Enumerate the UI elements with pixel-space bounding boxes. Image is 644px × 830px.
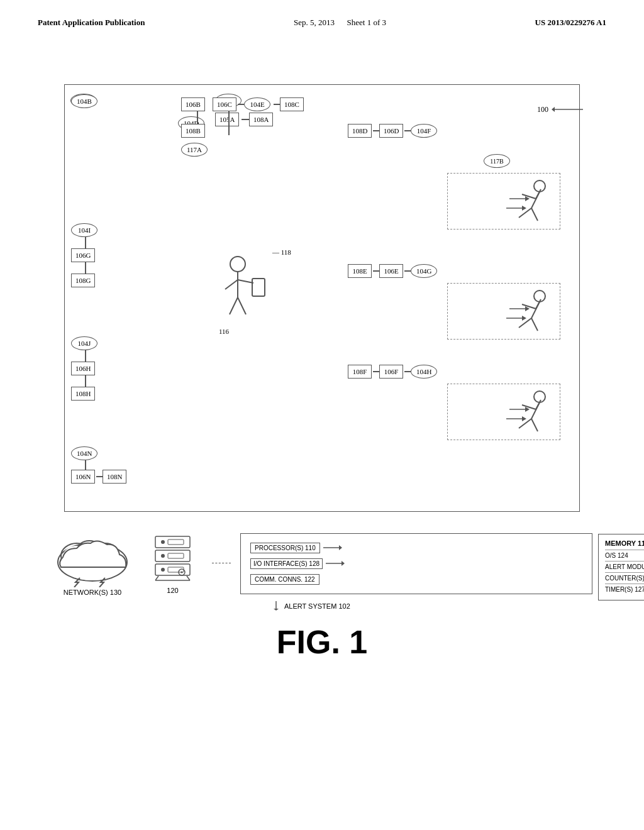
system-main-box: PROCESSOR(S) 110 I/O INTERFACE(S) 128 [240, 533, 592, 594]
box-108B: 108B [181, 124, 205, 138]
io-label: I/O INTERFACE(S) 128 [250, 558, 323, 569]
camera-zone-2 [447, 283, 560, 340]
dashed-line-area [212, 563, 231, 564]
system-section: NETWORK(S) 130 [52, 531, 592, 596]
box-108H: 108H [71, 387, 95, 401]
box-108D: 108D [348, 124, 372, 138]
svg-marker-62 [339, 545, 342, 550]
svg-rect-47 [155, 536, 190, 548]
alert-label-arrow [272, 601, 281, 611]
line-106H-108H [85, 375, 86, 387]
svg-marker-11 [522, 206, 526, 211]
svg-marker-38 [522, 416, 526, 421]
diagram-container: 100 104A 104C 105A 108A [52, 84, 592, 661]
memory-box: MEMORY 112 O/S 124 ALERT MODULE 114 COUN… [598, 534, 644, 600]
header-left: Patent Application Publication [38, 18, 145, 28]
box-108F: 108F [348, 365, 372, 379]
oval-117A: 117A [181, 143, 208, 157]
line-106D-104F [404, 130, 411, 131]
svg-line-4 [522, 194, 536, 199]
comm-label: COMM. CONNS. 122 [250, 574, 319, 585]
svg-point-12 [230, 257, 245, 272]
line-104E-108C [274, 104, 280, 105]
svg-marker-66 [274, 609, 279, 611]
svg-line-17 [230, 297, 238, 314]
os-item: O/S 124 [605, 550, 644, 559]
svg-line-21 [522, 304, 536, 309]
svg-line-33 [519, 419, 531, 428]
svg-line-24 [531, 318, 538, 331]
timers-item: TIMER(S) 127 [605, 584, 644, 593]
network-cloud-area: NETWORK(S) 130 [52, 531, 133, 596]
svg-point-60 [181, 571, 183, 573]
line-106B-down [197, 111, 198, 124]
box-106D: 106D [379, 124, 403, 138]
ref-116: 116 [219, 328, 272, 335]
svg-line-57 [187, 576, 190, 580]
line-108F-106F [373, 371, 379, 372]
header: Patent Application Publication Sep. 5, 2… [0, 0, 644, 34]
svg-line-34 [531, 419, 538, 431]
main-content: 100 104A 104C 105A 108A [0, 84, 644, 661]
processor-label: PROCESSOR(S) 110 [250, 543, 320, 553]
oval-104J: 104J [71, 336, 97, 350]
box-106H: 106H [71, 362, 95, 375]
person-with-device [216, 255, 272, 324]
svg-rect-16 [252, 279, 265, 296]
counters-item: COUNTER(S) 126 [605, 572, 644, 582]
oval-104F: 104F [411, 124, 437, 138]
processor-arrow [323, 543, 342, 553]
svg-point-50 [161, 540, 165, 544]
box-106N: 106N [71, 470, 95, 484]
line-106C-104E [238, 104, 244, 105]
oval-104E: 104E [244, 97, 270, 111]
svg-rect-48 [155, 550, 190, 562]
person-118-area: 116 [216, 255, 272, 335]
svg-line-6 [519, 208, 531, 218]
svg-point-51 [161, 554, 165, 558]
box-106C: 106C [213, 97, 236, 111]
svg-rect-53 [168, 540, 184, 545]
svg-line-18 [238, 297, 246, 314]
box-108C: 108C [280, 97, 304, 111]
io-row: I/O INTERFACE(S) 128 [250, 558, 582, 569]
running-person-1 [503, 177, 553, 233]
svg-line-7 [531, 208, 538, 221]
server-svg [149, 533, 196, 587]
svg-marker-28 [522, 316, 526, 321]
oval-104B: 104B [71, 94, 97, 108]
network-cloud-svg [52, 531, 133, 587]
network-label: NETWORK(S) 130 [64, 589, 121, 596]
running-person-3 [503, 387, 553, 444]
line-104N-106N [85, 460, 86, 470]
big-box: 104B 104D 106B 106C 104E 108C [64, 84, 580, 512]
line-104J-106H [85, 350, 86, 362]
alert-system-label-area: ALERT SYSTEM 102 [272, 601, 592, 611]
svg-line-23 [519, 318, 531, 328]
svg-marker-64 [341, 561, 345, 566]
server-ref: 120 [167, 587, 178, 594]
line-106F-104H [404, 371, 411, 372]
svg-line-14 [225, 280, 238, 289]
svg-point-2 [534, 180, 545, 192]
line-104I-106G [85, 237, 86, 248]
camera-zone-3 [447, 384, 560, 440]
line-106N-108N [96, 476, 103, 477]
svg-point-52 [161, 568, 165, 572]
svg-line-15 [238, 280, 253, 283]
alert-module-item: ALERT MODULE 114 [605, 561, 644, 570]
line-108D-106D [373, 130, 379, 131]
processor-row: PROCESSOR(S) 110 [250, 543, 582, 553]
server-area: 120 [149, 533, 196, 594]
alert-system-text: ALERT SYSTEM 102 [284, 602, 350, 610]
oval-117B: 117B [484, 154, 510, 168]
svg-line-31 [522, 405, 536, 409]
running-person-2 [503, 287, 553, 343]
oval-104G: 104G [411, 264, 437, 278]
memory-label: MEMORY 112 [605, 540, 644, 547]
fig-label: FIG. 1 [52, 623, 592, 661]
box-106G: 106G [71, 248, 95, 262]
io-arrow [326, 559, 345, 568]
box-108G: 108G [71, 274, 95, 287]
line-106E-104G [404, 270, 411, 272]
